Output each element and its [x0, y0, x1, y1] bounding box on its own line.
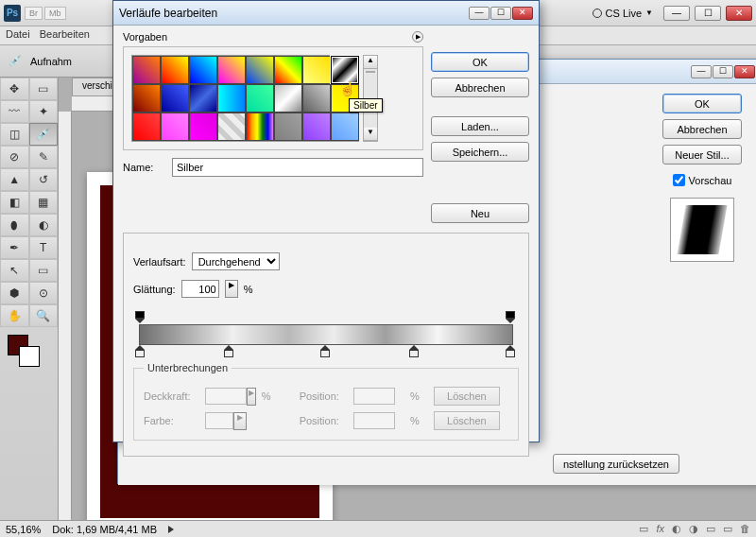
ge-titlebar[interactable]: Verläufe bearbeiten — ☐ ✕	[113, 1, 539, 26]
preset-swatch[interactable]	[132, 113, 161, 141]
tool-type[interactable]: T	[29, 236, 59, 259]
color-stop[interactable]	[506, 345, 515, 356]
bridge-ext-icon[interactable]: Br	[25, 7, 43, 20]
tool-gradient[interactable]: ▦	[29, 191, 59, 214]
ls-preview-checkbox[interactable]: Vorschau	[673, 174, 732, 186]
ls-reset-button[interactable]: nstellung zurücksetzen	[553, 454, 679, 474]
tool-camera[interactable]: ⊙	[29, 282, 59, 304]
cs-live-label[interactable]: CS Live	[606, 8, 643, 19]
preset-swatch[interactable]	[217, 113, 246, 141]
tool-stamp[interactable]: ▲	[0, 168, 29, 191]
menu-file[interactable]: Datei	[6, 28, 30, 43]
preset-swatch[interactable]	[189, 113, 217, 141]
ge-load-button[interactable]: Laden...	[431, 116, 529, 136]
smooth-input[interactable]	[181, 280, 219, 298]
cs-live-dropdown-icon[interactable]: ▼	[645, 9, 653, 17]
ge-close-button[interactable]: ✕	[512, 7, 533, 20]
opacity-stop[interactable]	[135, 311, 145, 322]
tool-history[interactable]: ↺	[29, 168, 59, 191]
preset-swatch[interactable]	[302, 113, 331, 141]
app-close-button[interactable]: ✕	[726, 6, 752, 21]
status-adjust-icon[interactable]: ◑	[689, 523, 698, 535]
presets-grid[interactable]	[131, 55, 359, 142]
tool-shape[interactable]: ▭	[29, 259, 59, 282]
ge-cancel-button[interactable]: Abbrechen	[431, 78, 529, 97]
opacity-stop[interactable]	[506, 311, 515, 322]
preset-swatch[interactable]	[331, 56, 359, 84]
preset-swatch[interactable]	[246, 113, 274, 141]
cs-live-caret-icon[interactable]	[593, 9, 602, 18]
presets-flyout-icon[interactable]: ▶	[412, 31, 423, 43]
tool-dodge[interactable]: ◐	[29, 214, 59, 236]
preset-swatch[interactable]	[274, 84, 302, 113]
status-icon-2[interactable]: ▭	[723, 523, 732, 535]
preset-swatch[interactable]	[331, 113, 359, 141]
preset-swatch[interactable]	[161, 113, 189, 141]
ls-minimize-button[interactable]: —	[691, 65, 712, 78]
scroll-down-icon[interactable]: ▼	[364, 128, 377, 141]
ge-minimize-button[interactable]: —	[469, 7, 490, 20]
preset-swatch[interactable]	[302, 56, 331, 84]
color-stop[interactable]	[224, 345, 233, 356]
tool-eraser[interactable]: ◧	[0, 191, 29, 214]
status-trash-icon[interactable]: 🗑	[740, 523, 750, 535]
status-mask-icon[interactable]: ◐	[672, 523, 681, 535]
ls-maximize-button[interactable]: ☐	[713, 65, 733, 78]
ls-ok-button[interactable]: OK	[662, 94, 742, 113]
preset-swatch[interactable]	[161, 84, 189, 113]
scroll-thumb[interactable]	[366, 71, 375, 73]
ls-cancel-button[interactable]: Abbrechen	[662, 119, 742, 139]
scroll-up-icon[interactable]: ▲	[364, 56, 377, 69]
preset-swatch[interactable]	[302, 84, 331, 113]
status-folder-icon[interactable]: ▭	[706, 523, 715, 535]
tool-blur[interactable]: ⬮	[0, 214, 29, 236]
preset-swatch[interactable]	[246, 84, 274, 113]
tool-hand[interactable]: ✋	[0, 304, 29, 327]
tool-heal[interactable]: ⊘	[0, 146, 29, 168]
preset-swatch[interactable]	[274, 113, 302, 141]
name-input[interactable]	[172, 158, 423, 177]
background-swatch[interactable]	[19, 346, 40, 367]
ge-new-button[interactable]: Neu	[431, 203, 529, 223]
ge-save-button[interactable]: Speichern...	[431, 142, 529, 162]
gradient-edit-strip[interactable]	[133, 311, 519, 356]
ge-ok-button[interactable]: OK	[431, 52, 529, 72]
preset-swatch[interactable]	[217, 84, 246, 113]
gradient-bar[interactable]	[139, 324, 513, 345]
preset-swatch[interactable]	[217, 56, 246, 84]
preset-swatch[interactable]	[161, 56, 189, 84]
preset-swatch[interactable]	[132, 56, 161, 84]
tool-brush[interactable]: ✎	[29, 146, 59, 168]
preset-swatch[interactable]	[189, 84, 217, 113]
tool-lasso[interactable]: 〰	[0, 100, 29, 123]
preset-swatch[interactable]	[189, 56, 217, 84]
tool-select[interactable]: ↖	[0, 259, 29, 282]
ls-preview-input[interactable]	[673, 174, 685, 186]
preset-swatch[interactable]	[274, 56, 302, 84]
preset-swatch[interactable]	[246, 56, 274, 84]
tool-move[interactable]: ✥	[0, 78, 29, 100]
smooth-stepper[interactable]: ▶	[225, 280, 238, 298]
status-flyout-icon[interactable]	[168, 526, 174, 533]
tool-crop[interactable]: ◫	[0, 123, 29, 146]
minibridge-ext-icon[interactable]: Mb	[44, 7, 66, 20]
tool-eyedropper[interactable]: 💉	[29, 123, 59, 146]
app-minimize-button[interactable]: —	[663, 6, 690, 21]
ls-new-style-button[interactable]: Neuer Stil...	[662, 145, 742, 165]
app-maximize-button[interactable]: ☐	[695, 6, 721, 21]
color-stop[interactable]	[320, 345, 330, 356]
ge-maximize-button[interactable]: ☐	[490, 7, 511, 20]
zoom-level[interactable]: 55,16%	[6, 524, 41, 535]
tool-3d[interactable]: ⬢	[0, 282, 29, 304]
tool-pen[interactable]: ✒	[0, 236, 29, 259]
ls-close-button[interactable]: ✕	[734, 65, 755, 78]
tool-wand[interactable]: ✦	[29, 100, 59, 123]
preset-swatch[interactable]	[132, 84, 161, 113]
color-stop[interactable]	[135, 345, 145, 356]
status-fx-icon[interactable]: fx	[656, 523, 664, 535]
color-stop[interactable]	[409, 345, 419, 356]
menu-edit[interactable]: Bearbeiten	[40, 28, 90, 43]
tool-marquee[interactable]: ▭	[29, 78, 59, 100]
tool-zoom[interactable]: 🔍	[29, 304, 59, 327]
type-select[interactable]: Durchgehend	[192, 252, 280, 270]
